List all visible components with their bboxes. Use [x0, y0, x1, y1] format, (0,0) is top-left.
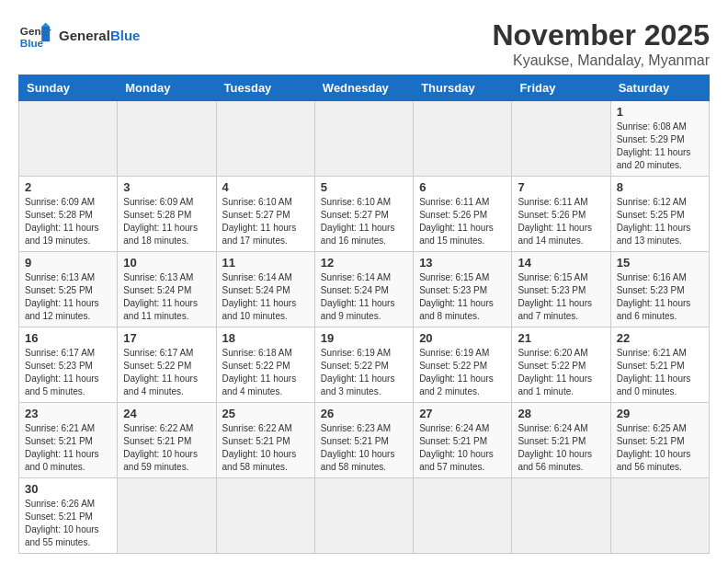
day-header-sunday: Sunday	[19, 75, 118, 101]
day-number: 29	[617, 407, 703, 420]
day-number: 4	[222, 180, 309, 194]
day-info: Sunrise: 6:26 AM Sunset: 5:21 PM Dayligh…	[25, 498, 111, 549]
calendar-cell	[118, 101, 216, 177]
calendar-week-row: 23Sunrise: 6:21 AM Sunset: 5:21 PM Dayli…	[19, 403, 710, 478]
calendar-cell: 12Sunrise: 6:14 AM Sunset: 5:24 PM Dayli…	[314, 252, 413, 327]
day-header-tuesday: Tuesday	[216, 75, 314, 101]
day-info: Sunrise: 6:23 AM Sunset: 5:21 PM Dayligh…	[321, 422, 407, 474]
day-info: Sunrise: 6:17 AM Sunset: 5:23 PM Dayligh…	[25, 347, 111, 398]
calendar-cell: 15Sunrise: 6:16 AM Sunset: 5:23 PM Dayli…	[610, 252, 709, 327]
calendar-week-row: 9Sunrise: 6:13 AM Sunset: 5:25 PM Daylig…	[19, 252, 710, 327]
calendar-week-row: 30Sunrise: 6:26 AM Sunset: 5:21 PM Dayli…	[19, 478, 710, 554]
svg-marker-2	[41, 27, 50, 41]
logo: General Blue GeneralBlue	[18, 18, 140, 52]
day-number: 8	[617, 180, 703, 194]
day-info: Sunrise: 6:13 AM Sunset: 5:24 PM Dayligh…	[123, 271, 210, 323]
calendar-cell: 13Sunrise: 6:15 AM Sunset: 5:23 PM Dayli…	[414, 252, 512, 327]
day-header-wednesday: Wednesday	[314, 75, 413, 101]
calendar-week-row: 1Sunrise: 6:08 AM Sunset: 5:29 PM Daylig…	[19, 101, 710, 177]
day-number: 16	[25, 331, 111, 345]
calendar-cell	[414, 101, 512, 177]
day-number: 22	[617, 331, 703, 345]
calendar-cell	[314, 101, 413, 177]
day-info: Sunrise: 6:20 AM Sunset: 5:22 PM Dayligh…	[518, 347, 604, 398]
day-number: 2	[25, 180, 111, 194]
day-header-monday: Monday	[118, 75, 216, 101]
calendar-cell: 30Sunrise: 6:26 AM Sunset: 5:21 PM Dayli…	[19, 478, 118, 554]
day-info: Sunrise: 6:24 AM Sunset: 5:21 PM Dayligh…	[419, 422, 506, 474]
day-number: 23	[25, 407, 111, 420]
calendar-cell: 28Sunrise: 6:24 AM Sunset: 5:21 PM Dayli…	[512, 403, 610, 478]
day-number: 5	[321, 180, 407, 194]
day-info: Sunrise: 6:18 AM Sunset: 5:22 PM Dayligh…	[222, 347, 309, 398]
calendar-cell: 7Sunrise: 6:11 AM Sunset: 5:26 PM Daylig…	[512, 177, 610, 252]
calendar-cell	[216, 478, 314, 554]
calendar-cell: 6Sunrise: 6:11 AM Sunset: 5:26 PM Daylig…	[414, 177, 512, 252]
day-number: 12	[321, 256, 407, 270]
day-number: 18	[222, 331, 309, 345]
calendar-cell: 19Sunrise: 6:19 AM Sunset: 5:22 PM Dayli…	[314, 327, 413, 403]
calendar-cell: 26Sunrise: 6:23 AM Sunset: 5:21 PM Dayli…	[314, 403, 413, 478]
day-number: 10	[123, 256, 210, 270]
day-info: Sunrise: 6:11 AM Sunset: 5:26 PM Dayligh…	[419, 196, 506, 247]
day-info: Sunrise: 6:14 AM Sunset: 5:24 PM Dayligh…	[222, 271, 309, 323]
day-info: Sunrise: 6:21 AM Sunset: 5:21 PM Dayligh…	[617, 347, 703, 398]
calendar-cell: 3Sunrise: 6:09 AM Sunset: 5:28 PM Daylig…	[118, 177, 216, 252]
calendar-week-row: 2Sunrise: 6:09 AM Sunset: 5:28 PM Daylig…	[19, 177, 710, 252]
calendar-cell	[216, 101, 314, 177]
day-number: 14	[518, 256, 604, 270]
calendar-cell: 18Sunrise: 6:18 AM Sunset: 5:22 PM Dayli…	[216, 327, 314, 403]
day-number: 11	[222, 256, 309, 270]
day-info: Sunrise: 6:12 AM Sunset: 5:25 PM Dayligh…	[617, 196, 703, 247]
day-info: Sunrise: 6:19 AM Sunset: 5:22 PM Dayligh…	[419, 347, 506, 398]
day-info: Sunrise: 6:24 AM Sunset: 5:21 PM Dayligh…	[518, 422, 604, 474]
day-info: Sunrise: 6:16 AM Sunset: 5:23 PM Dayligh…	[617, 271, 703, 323]
day-number: 7	[518, 180, 604, 194]
calendar-cell: 4Sunrise: 6:10 AM Sunset: 5:27 PM Daylig…	[216, 177, 314, 252]
day-number: 13	[419, 256, 506, 270]
day-info: Sunrise: 6:11 AM Sunset: 5:26 PM Dayligh…	[518, 196, 604, 247]
day-number: 15	[617, 256, 703, 270]
calendar-cell: 9Sunrise: 6:13 AM Sunset: 5:25 PM Daylig…	[19, 252, 118, 327]
calendar-cell	[610, 478, 709, 554]
day-number: 25	[222, 407, 309, 420]
day-number: 30	[25, 482, 111, 496]
calendar-cell	[118, 478, 216, 554]
day-number: 21	[518, 331, 604, 345]
day-info: Sunrise: 6:10 AM Sunset: 5:27 PM Dayligh…	[222, 196, 309, 247]
day-header-saturday: Saturday	[610, 75, 709, 101]
day-info: Sunrise: 6:17 AM Sunset: 5:22 PM Dayligh…	[123, 347, 210, 398]
calendar-cell: 16Sunrise: 6:17 AM Sunset: 5:23 PM Dayli…	[19, 327, 118, 403]
day-info: Sunrise: 6:09 AM Sunset: 5:28 PM Dayligh…	[123, 196, 210, 247]
logo-text: GeneralBlue	[59, 28, 140, 43]
day-header-friday: Friday	[512, 75, 610, 101]
day-number: 20	[419, 331, 506, 345]
calendar-cell: 5Sunrise: 6:10 AM Sunset: 5:27 PM Daylig…	[314, 177, 413, 252]
day-info: Sunrise: 6:09 AM Sunset: 5:28 PM Dayligh…	[25, 196, 111, 247]
logo-icon: General Blue	[18, 18, 51, 52]
calendar-header-row: SundayMondayTuesdayWednesdayThursdayFrid…	[19, 75, 710, 101]
day-number: 24	[123, 407, 210, 420]
calendar-week-row: 16Sunrise: 6:17 AM Sunset: 5:23 PM Dayli…	[19, 327, 710, 403]
calendar-cell: 2Sunrise: 6:09 AM Sunset: 5:28 PM Daylig…	[19, 177, 118, 252]
calendar-cell	[512, 478, 610, 554]
day-info: Sunrise: 6:14 AM Sunset: 5:24 PM Dayligh…	[321, 271, 407, 323]
calendar-cell: 8Sunrise: 6:12 AM Sunset: 5:25 PM Daylig…	[610, 177, 709, 252]
day-info: Sunrise: 6:08 AM Sunset: 5:29 PM Dayligh…	[617, 121, 703, 172]
day-header-thursday: Thursday	[414, 75, 512, 101]
calendar-cell	[512, 101, 610, 177]
calendar-cell: 23Sunrise: 6:21 AM Sunset: 5:21 PM Dayli…	[19, 403, 118, 478]
day-number: 19	[321, 331, 407, 345]
day-info: Sunrise: 6:19 AM Sunset: 5:22 PM Dayligh…	[321, 347, 407, 398]
calendar-cell: 27Sunrise: 6:24 AM Sunset: 5:21 PM Dayli…	[414, 403, 512, 478]
day-info: Sunrise: 6:22 AM Sunset: 5:21 PM Dayligh…	[123, 422, 210, 474]
calendar-cell: 29Sunrise: 6:25 AM Sunset: 5:21 PM Dayli…	[610, 403, 709, 478]
calendar-cell	[414, 478, 512, 554]
day-info: Sunrise: 6:13 AM Sunset: 5:25 PM Dayligh…	[25, 271, 111, 323]
calendar-cell: 11Sunrise: 6:14 AM Sunset: 5:24 PM Dayli…	[216, 252, 314, 327]
day-number: 26	[321, 407, 407, 420]
day-number: 3	[123, 180, 210, 194]
svg-text:Blue: Blue	[20, 37, 44, 49]
page-header: General Blue GeneralBlue November 2025 K…	[18, 18, 710, 69]
calendar-cell: 20Sunrise: 6:19 AM Sunset: 5:22 PM Dayli…	[414, 327, 512, 403]
